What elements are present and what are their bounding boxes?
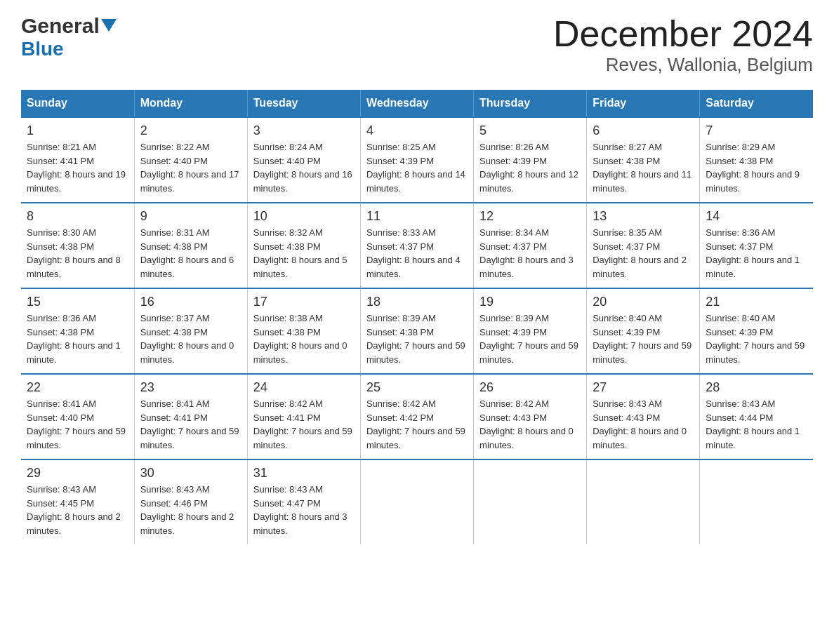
day-number: 24 — [253, 380, 355, 395]
day-info: Sunrise: 8:30 AMSunset: 4:38 PMDaylight:… — [27, 227, 121, 279]
calendar-cell: 7 Sunrise: 8:29 AMSunset: 4:38 PMDayligh… — [700, 117, 813, 203]
day-info: Sunrise: 8:33 AMSunset: 4:37 PMDaylight:… — [366, 227, 461, 279]
calendar-cell: 3 Sunrise: 8:24 AMSunset: 4:40 PMDayligh… — [247, 117, 360, 203]
calendar-cell: 15 Sunrise: 8:36 AMSunset: 4:38 PMDaylig… — [21, 288, 134, 374]
calendar-table: SundayMondayTuesdayWednesdayThursdayFrid… — [21, 90, 813, 544]
day-info: Sunrise: 8:26 AMSunset: 4:39 PMDaylight:… — [479, 142, 578, 194]
logo-blue: Blue — [21, 38, 64, 60]
day-info: Sunrise: 8:43 AMSunset: 4:43 PMDaylight:… — [593, 398, 687, 450]
day-number: 12 — [479, 209, 581, 224]
day-number: 20 — [593, 295, 694, 309]
calendar-cell: 24 Sunrise: 8:42 AMSunset: 4:41 PMDaylig… — [247, 374, 360, 459]
day-info: Sunrise: 8:29 AMSunset: 4:38 PMDaylight:… — [706, 142, 800, 194]
day-info: Sunrise: 8:34 AMSunset: 4:37 PMDaylight:… — [479, 227, 574, 279]
day-number: 18 — [366, 295, 468, 309]
day-info: Sunrise: 8:40 AMSunset: 4:39 PMDaylight:… — [593, 313, 691, 365]
day-info: Sunrise: 8:25 AMSunset: 4:39 PMDaylight:… — [366, 142, 465, 194]
day-info: Sunrise: 8:38 AMSunset: 4:38 PMDaylight:… — [253, 313, 348, 365]
calendar-cell: 20 Sunrise: 8:40 AMSunset: 4:39 PMDaylig… — [587, 288, 700, 374]
day-number: 23 — [140, 380, 241, 395]
calendar-cell — [360, 459, 473, 544]
day-info: Sunrise: 8:41 AMSunset: 4:40 PMDaylight:… — [27, 398, 126, 450]
calendar-cell: 22 Sunrise: 8:41 AMSunset: 4:40 PMDaylig… — [21, 374, 134, 459]
day-number: 30 — [140, 466, 241, 481]
calendar-cell: 19 Sunrise: 8:39 AMSunset: 4:39 PMDaylig… — [474, 288, 587, 374]
column-header-saturday: Saturday — [700, 90, 813, 117]
day-number: 13 — [593, 209, 694, 224]
day-info: Sunrise: 8:42 AMSunset: 4:42 PMDaylight:… — [366, 398, 465, 450]
logo-general: General — [21, 14, 100, 38]
calendar-cell: 5 Sunrise: 8:26 AMSunset: 4:39 PMDayligh… — [474, 117, 587, 203]
day-info: Sunrise: 8:32 AMSunset: 4:38 PMDaylight:… — [253, 227, 348, 279]
day-number: 7 — [706, 123, 807, 138]
calendar-cell — [587, 459, 700, 544]
day-info: Sunrise: 8:42 AMSunset: 4:41 PMDaylight:… — [253, 398, 352, 450]
day-number: 31 — [253, 466, 355, 481]
day-number: 29 — [27, 466, 128, 481]
day-info: Sunrise: 8:31 AMSunset: 4:38 PMDaylight:… — [140, 227, 234, 279]
day-info: Sunrise: 8:35 AMSunset: 4:37 PMDaylight:… — [593, 227, 687, 279]
day-number: 6 — [593, 123, 694, 138]
day-number: 14 — [706, 209, 807, 224]
day-number: 5 — [479, 123, 581, 138]
calendar-week-row: 29 Sunrise: 8:43 AMSunset: 4:45 PMDaylig… — [21, 459, 813, 544]
day-info: Sunrise: 8:43 AMSunset: 4:47 PMDaylight:… — [253, 484, 348, 536]
day-number: 16 — [140, 295, 241, 309]
day-number: 1 — [27, 123, 128, 138]
calendar-cell: 29 Sunrise: 8:43 AMSunset: 4:45 PMDaylig… — [21, 459, 134, 544]
calendar-cell: 14 Sunrise: 8:36 AMSunset: 4:37 PMDaylig… — [700, 203, 813, 288]
day-info: Sunrise: 8:22 AMSunset: 4:40 PMDaylight:… — [140, 142, 239, 194]
calendar-cell: 27 Sunrise: 8:43 AMSunset: 4:43 PMDaylig… — [587, 374, 700, 459]
calendar-cell: 18 Sunrise: 8:39 AMSunset: 4:38 PMDaylig… — [360, 288, 473, 374]
day-info: Sunrise: 8:43 AMSunset: 4:45 PMDaylight:… — [27, 484, 121, 536]
calendar-cell: 13 Sunrise: 8:35 AMSunset: 4:37 PMDaylig… — [587, 203, 700, 288]
day-number: 26 — [479, 380, 581, 395]
title-section: December 2024 Reves, Wallonia, Belgium — [553, 14, 813, 76]
calendar-cell: 2 Sunrise: 8:22 AMSunset: 4:40 PMDayligh… — [134, 117, 247, 203]
calendar-week-row: 22 Sunrise: 8:41 AMSunset: 4:40 PMDaylig… — [21, 374, 813, 459]
column-header-tuesday: Tuesday — [247, 90, 360, 117]
column-header-monday: Monday — [134, 90, 247, 117]
calendar-cell — [700, 459, 813, 544]
calendar-cell: 31 Sunrise: 8:43 AMSunset: 4:47 PMDaylig… — [247, 459, 360, 544]
day-info: Sunrise: 8:36 AMSunset: 4:38 PMDaylight:… — [27, 313, 121, 365]
calendar-cell: 28 Sunrise: 8:43 AMSunset: 4:44 PMDaylig… — [700, 374, 813, 459]
day-number: 8 — [27, 209, 128, 224]
svg-marker-0 — [101, 19, 117, 32]
column-header-wednesday: Wednesday — [360, 90, 473, 117]
calendar-cell: 9 Sunrise: 8:31 AMSunset: 4:38 PMDayligh… — [134, 203, 247, 288]
day-info: Sunrise: 8:42 AMSunset: 4:43 PMDaylight:… — [479, 398, 574, 450]
day-info: Sunrise: 8:41 AMSunset: 4:41 PMDaylight:… — [140, 398, 239, 450]
day-number: 15 — [27, 295, 128, 309]
calendar-cell — [474, 459, 587, 544]
day-number: 10 — [253, 209, 355, 224]
calendar-cell: 11 Sunrise: 8:33 AMSunset: 4:37 PMDaylig… — [360, 203, 473, 288]
day-info: Sunrise: 8:39 AMSunset: 4:39 PMDaylight:… — [479, 313, 578, 365]
calendar-cell: 1 Sunrise: 8:21 AMSunset: 4:41 PMDayligh… — [21, 117, 134, 203]
day-number: 9 — [140, 209, 241, 224]
calendar-cell: 4 Sunrise: 8:25 AMSunset: 4:39 PMDayligh… — [360, 117, 473, 203]
day-info: Sunrise: 8:36 AMSunset: 4:37 PMDaylight:… — [706, 227, 800, 279]
day-info: Sunrise: 8:43 AMSunset: 4:46 PMDaylight:… — [140, 484, 234, 536]
calendar-cell: 17 Sunrise: 8:38 AMSunset: 4:38 PMDaylig… — [247, 288, 360, 374]
day-info: Sunrise: 8:21 AMSunset: 4:41 PMDaylight:… — [27, 142, 126, 194]
day-info: Sunrise: 8:43 AMSunset: 4:44 PMDaylight:… — [706, 398, 800, 450]
day-number: 25 — [366, 380, 468, 395]
calendar-cell: 16 Sunrise: 8:37 AMSunset: 4:38 PMDaylig… — [134, 288, 247, 374]
day-number: 28 — [706, 380, 807, 395]
day-number: 11 — [366, 209, 468, 224]
calendar-cell: 30 Sunrise: 8:43 AMSunset: 4:46 PMDaylig… — [134, 459, 247, 544]
day-number: 4 — [366, 123, 468, 138]
day-number: 3 — [253, 123, 355, 138]
calendar-header-row: SundayMondayTuesdayWednesdayThursdayFrid… — [21, 90, 813, 117]
calendar-week-row: 15 Sunrise: 8:36 AMSunset: 4:38 PMDaylig… — [21, 288, 813, 374]
column-header-friday: Friday — [587, 90, 700, 117]
calendar-week-row: 1 Sunrise: 8:21 AMSunset: 4:41 PMDayligh… — [21, 117, 813, 203]
day-number: 27 — [593, 380, 694, 395]
day-info: Sunrise: 8:37 AMSunset: 4:38 PMDaylight:… — [140, 313, 234, 365]
day-number: 19 — [479, 295, 581, 309]
calendar-cell: 6 Sunrise: 8:27 AMSunset: 4:38 PMDayligh… — [587, 117, 700, 203]
logo: General Blue — [21, 14, 117, 60]
logo-arrow-icon — [101, 19, 117, 34]
day-number: 17 — [253, 295, 355, 309]
